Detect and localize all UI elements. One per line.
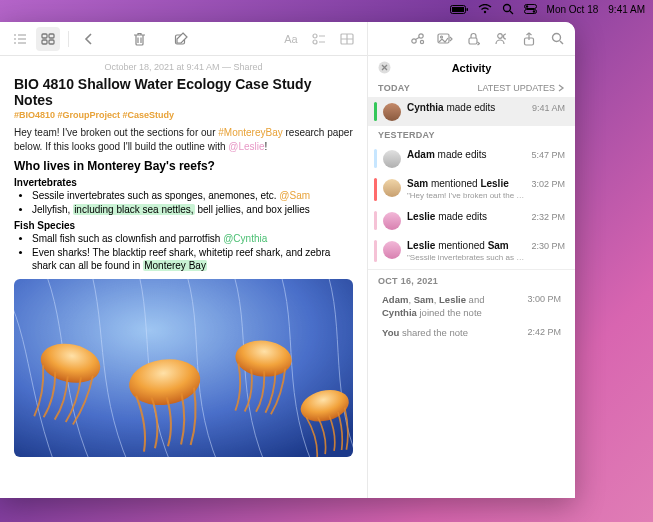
- note-title[interactable]: BIO 4810 Shallow Water Ecology Case Stud…: [14, 76, 353, 108]
- notes-window: Aa October 18, 2021 at 9:41 AM — Shared …: [0, 22, 575, 498]
- change-bar: [374, 102, 377, 121]
- list-item: Even sharks! The blacktip reef shark, wh…: [32, 246, 353, 273]
- mention-sam[interactable]: @Sam: [279, 190, 310, 201]
- activity-list: Cynthia made edits 9:41 AM YESTERDAY Ada…: [368, 97, 575, 343]
- note-body: October 18, 2021 at 9:41 AM — Shared BIO…: [0, 56, 367, 498]
- control-center-icon[interactable]: [524, 4, 537, 14]
- link-button[interactable]: [405, 27, 429, 51]
- activity-item[interactable]: Leslie made edits 2:32 PM: [368, 206, 575, 235]
- table-button[interactable]: [335, 27, 359, 51]
- view-gallery-button[interactable]: [36, 27, 60, 51]
- svg-rect-1: [452, 7, 464, 12]
- compose-button[interactable]: [169, 27, 193, 51]
- svg-rect-40: [469, 38, 477, 44]
- svg-point-25: [313, 40, 317, 44]
- highlight: Monterey Bay: [143, 260, 207, 271]
- close-activity-button[interactable]: [378, 61, 391, 74]
- svg-rect-16: [42, 34, 47, 38]
- activity-item[interactable]: Sam mentioned Leslie "Hey team! I've bro…: [368, 173, 575, 206]
- avatar: [383, 150, 401, 168]
- change-bar: [374, 211, 377, 230]
- avatar: [383, 103, 401, 121]
- delete-button[interactable]: [127, 27, 151, 51]
- tag[interactable]: #BIO4810: [14, 110, 55, 120]
- menubar-time[interactable]: 9:41 AM: [608, 4, 645, 15]
- svg-point-39: [441, 36, 443, 38]
- oct16-row: OCT 16, 2021: [368, 272, 575, 290]
- system-item[interactable]: Adam, Sam, Leslie and Cynthia joined the…: [368, 290, 575, 323]
- svg-point-43: [552, 34, 560, 42]
- activity-sidebar: Activity TODAY LATEST UPDATES Cynthia ma…: [367, 22, 575, 498]
- wifi-icon[interactable]: [478, 4, 492, 14]
- activity-item[interactable]: Cynthia made edits 9:41 AM: [368, 97, 575, 126]
- yesterday-row: YESTERDAY: [368, 126, 575, 144]
- change-bar: [374, 178, 377, 201]
- format-text-button[interactable]: Aa: [279, 27, 303, 51]
- svg-rect-17: [49, 34, 54, 38]
- menubar: Mon Oct 18 9:41 AM: [0, 0, 653, 18]
- activity-item[interactable]: Leslie mentioned Sam "Sessile invertebra…: [368, 235, 575, 268]
- main-pane: Aa October 18, 2021 at 9:41 AM — Shared …: [0, 22, 367, 498]
- spotlight-icon[interactable]: [502, 3, 514, 15]
- activity-item[interactable]: Adam made edits 5:47 PM: [368, 144, 575, 173]
- note-image[interactable]: [14, 279, 353, 457]
- list-item: Jellyfish, including black sea nettles, …: [32, 203, 353, 217]
- today-row: TODAY LATEST UPDATES: [368, 79, 575, 97]
- svg-rect-18: [42, 40, 47, 44]
- svg-line-5: [510, 11, 513, 14]
- svg-point-23: [313, 34, 317, 38]
- heading-reefs[interactable]: Who lives in Monterey Bay's reefs?: [14, 159, 353, 173]
- latest-updates-link[interactable]: LATEST UPDATES: [477, 83, 565, 93]
- note-meta: October 18, 2021 at 9:41 AM — Shared: [14, 62, 353, 72]
- avatar: [383, 212, 401, 230]
- list-item: Small fish such as clownfish and parrotf…: [32, 232, 353, 246]
- tag[interactable]: #CaseStudy: [123, 110, 175, 120]
- list-invertebrates[interactable]: Sessile invertebrates such as sponges, a…: [14, 189, 353, 216]
- highlight: including black sea nettles,: [73, 204, 195, 215]
- avatar: [383, 179, 401, 197]
- svg-point-7: [525, 5, 527, 7]
- search-button[interactable]: [545, 27, 569, 51]
- back-button[interactable]: [77, 27, 101, 51]
- svg-point-3: [483, 11, 485, 13]
- tag[interactable]: #GroupProject: [58, 110, 121, 120]
- change-bar: [374, 149, 377, 168]
- mention-cynthia[interactable]: @Cynthia: [223, 233, 267, 244]
- svg-point-4: [503, 5, 510, 12]
- heading-invertebrates[interactable]: Invertebrates: [14, 177, 353, 188]
- system-item[interactable]: You shared the note 2:42 PM: [368, 323, 575, 343]
- svg-point-37: [420, 40, 423, 43]
- activity-header: Activity: [368, 56, 575, 79]
- media-button[interactable]: [433, 27, 457, 51]
- heading-fish[interactable]: Fish Species: [14, 220, 353, 231]
- svg-line-44: [560, 41, 563, 44]
- note-tags[interactable]: #BIO4810 #GroupProject #CaseStudy: [14, 110, 353, 120]
- hashtag-montereybay[interactable]: #MontereyBay: [218, 127, 282, 138]
- svg-rect-2: [466, 8, 468, 11]
- view-list-button[interactable]: [8, 27, 32, 51]
- battery-icon[interactable]: [450, 5, 468, 14]
- intro-paragraph[interactable]: Hey team! I've broken out the sections f…: [14, 126, 353, 153]
- sidebar-toolbar: [368, 22, 575, 56]
- menubar-date[interactable]: Mon Oct 18: [547, 4, 599, 15]
- change-bar: [374, 240, 377, 263]
- share-button[interactable]: [517, 27, 541, 51]
- avatar: [383, 241, 401, 259]
- checklist-button[interactable]: [307, 27, 331, 51]
- svg-point-41: [497, 34, 502, 39]
- activity-title: Activity: [399, 62, 544, 74]
- main-toolbar: Aa: [0, 22, 367, 56]
- svg-point-9: [532, 10, 534, 12]
- list-fish[interactable]: Small fish such as clownfish and parrotf…: [14, 232, 353, 273]
- mention-leslie[interactable]: @Leslie: [228, 141, 264, 152]
- list-item: Sessile invertebrates such as sponges, a…: [32, 189, 353, 203]
- svg-rect-19: [49, 40, 54, 44]
- lock-button[interactable]: [461, 27, 485, 51]
- collaborate-button[interactable]: [489, 27, 513, 51]
